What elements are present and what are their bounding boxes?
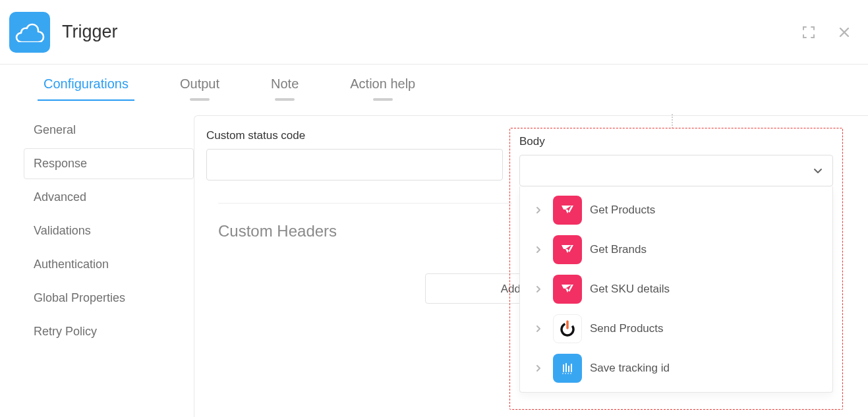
sidebar: General Response Advanced Validations Au… [0,115,194,347]
tab-label: Output [180,76,219,91]
status-code-label: Custom status code [206,129,509,142]
analytics-icon [553,354,582,383]
sidebar-item-label: Retry Policy [34,325,97,338]
sidebar-item-global-properties[interactable]: Global Properties [24,283,194,314]
body-label: Body [519,135,833,148]
vtex-icon [553,196,582,225]
main-panel: Custom status code Custom Headers Add He… [194,115,868,417]
dotted-divider [672,114,673,128]
custom-headers-heading: Custom Headers [218,222,509,240]
tab-note[interactable]: Note [271,65,299,101]
tab-output[interactable]: Output [180,65,219,101]
tab-configurations[interactable]: Configurations [43,65,129,101]
sidebar-item-label: Authentication [34,258,109,271]
dropdown-item-label: Save tracking id [590,362,670,375]
dropdown-item-get-products[interactable]: Get Products [520,190,832,230]
sidebar-item-label: Advanced [34,190,86,204]
app-icon [9,12,50,53]
vtex-icon [553,235,582,264]
sidebar-item-label: Validations [34,224,91,237]
expand-icon [802,26,815,39]
chevron-right-icon [532,246,545,254]
cloud-icon [14,22,45,42]
chevron-right-icon [532,285,545,293]
tab-label: Configurations [43,76,129,91]
dropdown-item-send-products[interactable]: Send Products [520,309,832,348]
body-section-highlight: Body [509,128,843,410]
fullscreen-button[interactable] [799,23,818,42]
sidebar-item-advanced[interactable]: Advanced [24,182,194,213]
close-button[interactable] [835,23,854,42]
sidebar-item-validations[interactable]: Validations [24,215,194,246]
dropdown-item-save-tracking-id[interactable]: Save tracking id [520,348,832,388]
sidebar-item-label: Global Properties [34,291,125,304]
chevron-right-icon [532,364,545,372]
divider [218,203,512,204]
chevron-down-icon [813,165,823,176]
dropdown-item-label: Get Brands [590,243,647,256]
sidebar-item-label: Response [34,157,87,170]
body-dropdown: Get Products Get Brands [519,186,833,393]
tab-action-help[interactable]: Action help [350,65,415,101]
page-title: Trigger [62,22,118,42]
dropdown-item-get-sku-details[interactable]: Get SKU details [520,269,832,309]
chevron-right-icon [532,325,545,333]
sidebar-item-response[interactable]: Response [24,148,194,179]
close-icon [838,26,850,38]
sidebar-item-label: General [34,123,76,136]
sidebar-item-general[interactable]: General [24,115,194,146]
body-select[interactable] [519,155,833,186]
dropdown-item-get-brands[interactable]: Get Brands [520,230,832,269]
dropdown-item-label: Get SKU details [590,283,670,296]
tab-label: Note [271,76,299,91]
tab-label: Action help [350,76,415,91]
sidebar-item-retry-policy[interactable]: Retry Policy [24,316,194,347]
chevron-right-icon [532,206,545,214]
vtex-icon [553,275,582,304]
sidebar-item-authentication[interactable]: Authentication [24,249,194,280]
modal-header: Trigger [0,0,868,65]
power-icon [553,314,582,343]
top-tabs: Configurations Output Note Action help [0,65,467,101]
status-code-input[interactable] [206,149,503,181]
dropdown-item-label: Send Products [590,322,664,335]
dropdown-item-label: Get Products [590,204,655,217]
